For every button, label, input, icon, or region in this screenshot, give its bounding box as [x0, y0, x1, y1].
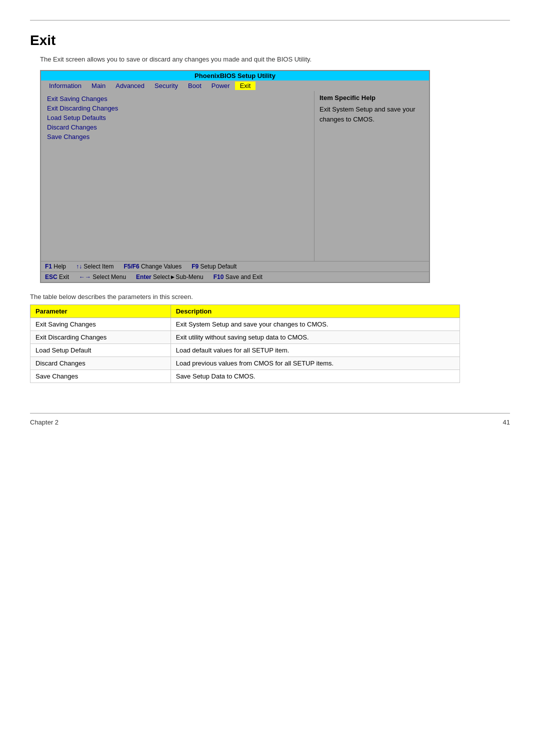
footer: Chapter 2 41: [30, 418, 510, 426]
bios-help-title: Item Specific Help: [320, 94, 424, 102]
bios-status-bar-2: ESC Exit ←→ Select Menu Enter Select►Sub…: [41, 272, 429, 282]
table-caption: The table below describes the parameters…: [30, 293, 510, 300]
key-arrows-updown: ↑↓: [76, 263, 82, 270]
table-cell-parameter: Load Setup Default: [30, 344, 171, 357]
table-cell-parameter: Exit Saving Changes: [30, 318, 171, 331]
key-f9: F9: [192, 263, 198, 270]
key-f10: F10: [214, 274, 224, 280]
bios-status-f5f6: F5/F6 Change Values: [124, 263, 182, 270]
bios-status-enter: Enter Select►Sub-Menu: [136, 274, 204, 280]
bios-menu-main[interactable]: Main: [86, 82, 110, 90]
bios-menu-boot[interactable]: Boot: [183, 82, 206, 90]
bios-menu-advanced[interactable]: Advanced: [110, 82, 150, 90]
bios-menu-information[interactable]: Information: [44, 82, 86, 90]
bios-option-load-defaults[interactable]: Load Setup Defaults: [47, 113, 308, 122]
table-row: Save ChangesSave Setup Data to CMOS.: [30, 370, 460, 383]
parameter-table: Parameter Description Exit Saving Change…: [30, 304, 460, 383]
footer-chapter: Chapter 2: [30, 418, 58, 426]
key-esc: ESC: [45, 274, 58, 280]
bios-title-bar: PhoenixBIOS Setup Utility: [41, 71, 429, 80]
table-row: Discard ChangesLoad previous values from…: [30, 357, 460, 370]
bios-menu-exit[interactable]: Exit: [235, 82, 256, 90]
intro-text: The Exit screen allows you to save or di…: [40, 56, 510, 63]
table-header-description: Description: [170, 305, 460, 318]
bios-status-select-menu: ←→ Select Menu: [79, 274, 126, 280]
bios-status-f1: F1 Help: [45, 263, 66, 270]
bios-help-text: Exit System Setup and save your changes …: [320, 104, 424, 124]
bios-status-f9: F9 Setup Default: [192, 263, 236, 270]
bios-option-exit-saving[interactable]: Exit Saving Changes: [47, 94, 308, 104]
footer-page-number: 41: [503, 418, 510, 426]
table-cell-description: Exit utility without saving setup data t…: [170, 331, 460, 344]
key-f1: F1: [45, 263, 52, 270]
bios-menu-power[interactable]: Power: [206, 82, 235, 90]
table-cell-description: Save Setup Data to CMOS.: [170, 370, 460, 383]
key-f5f6: F5/F6: [124, 263, 139, 270]
table-cell-parameter: Discard Changes: [30, 357, 171, 370]
bios-option-save-changes[interactable]: Save Changes: [47, 132, 308, 142]
table-row: Exit Saving ChangesExit System Setup and…: [30, 318, 460, 331]
bios-help-panel: Item Specific Help Exit System Setup and…: [314, 91, 429, 261]
table-cell-parameter: Save Changes: [30, 370, 171, 383]
bios-status-bar-1: F1 Help ↑↓ Select Item F5/F6 Change Valu…: [41, 261, 429, 272]
table-row: Exit Discarding ChangesExit utility with…: [30, 331, 460, 344]
table-cell-parameter: Exit Discarding Changes: [30, 331, 171, 344]
bios-menu-bar: Information Main Advanced Security Boot …: [41, 80, 429, 91]
bios-menu-security[interactable]: Security: [150, 82, 183, 90]
table-cell-description: Load previous values from CMOS for all S…: [170, 357, 460, 370]
bios-options-panel: Exit Saving Changes Exit Discarding Chan…: [41, 91, 314, 261]
bios-option-exit-discarding[interactable]: Exit Discarding Changes: [47, 104, 308, 113]
table-header-parameter: Parameter: [30, 305, 171, 318]
table-row: Load Setup DefaultLoad default values fo…: [30, 344, 460, 357]
bios-status-select-item: ↑↓ Select Item: [76, 263, 114, 270]
bios-status-f10: F10 Save and Exit: [214, 274, 262, 280]
bios-option-discard-changes[interactable]: Discard Changes: [47, 122, 308, 132]
bios-emulator: PhoenixBIOS Setup Utility Information Ma…: [40, 70, 430, 283]
page-title: Exit: [30, 32, 510, 48]
key-arrows-leftright: ←→: [79, 274, 91, 280]
bios-body: Exit Saving Changes Exit Discarding Chan…: [41, 91, 429, 261]
bios-status-esc: ESC Exit: [45, 274, 69, 280]
table-cell-description: Exit System Setup and save your changes …: [170, 318, 460, 331]
key-enter: Enter: [136, 274, 152, 280]
table-cell-description: Load default values for all SETUP item.: [170, 344, 460, 357]
